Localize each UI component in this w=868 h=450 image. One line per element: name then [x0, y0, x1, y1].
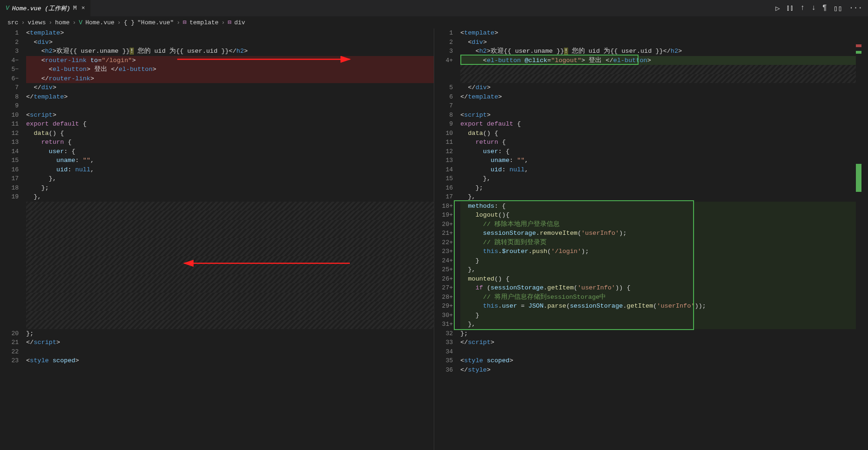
code-line[interactable]: </template> — [26, 92, 434, 102]
breadcrumb-home[interactable]: home — [55, 19, 69, 26]
code-line[interactable]: user: { — [26, 147, 434, 156]
breadcrumb-file[interactable]: Home.vue — [85, 19, 114, 26]
code-line[interactable]: <script> — [460, 111, 868, 120]
code-line[interactable] — [460, 101, 868, 111]
chevron-right-icon: › — [72, 19, 76, 26]
code-line[interactable] — [26, 347, 434, 357]
code-line[interactable]: <el-button @click="logout"> 登出 </el-butt… — [460, 56, 868, 65]
diff-pane-modified[interactable]: 1234+56789101112131415161718+19+20+21+22… — [434, 28, 868, 450]
code-line[interactable]: uid: null, — [26, 165, 434, 175]
code-lines-right[interactable]: <template> <div> <h2>欢迎{{ user.uname }}!… — [458, 28, 868, 450]
code-line[interactable]: this.user = JSON.parse(sessionStorage.ge… — [460, 302, 868, 311]
code-line[interactable]: } — [460, 311, 868, 320]
code-line[interactable]: <el-button> 登出 </el-button> — [26, 65, 434, 74]
code-line[interactable]: data() { — [460, 129, 868, 138]
code-line[interactable]: }; — [26, 329, 434, 338]
code-line[interactable] — [460, 65, 868, 74]
code-line[interactable]: </style> — [460, 366, 868, 375]
code-line[interactable]: </script> — [460, 338, 868, 347]
code-line[interactable]: // 跳转页面到登录页 — [460, 238, 868, 247]
code-line[interactable]: <template> — [26, 28, 434, 38]
code-line[interactable] — [26, 202, 434, 211]
code-line[interactable]: return { — [26, 138, 434, 147]
code-line[interactable]: logout(){ — [460, 211, 868, 220]
code-line[interactable]: data() { — [26, 129, 434, 138]
code-line[interactable] — [26, 220, 434, 229]
code-line[interactable]: user: { — [460, 147, 868, 156]
breadcrumb-component[interactable]: "Home.vue" — [138, 19, 174, 26]
code-line[interactable]: this.$router.push('/login'); — [460, 247, 868, 256]
code-line[interactable] — [26, 238, 434, 247]
code-line[interactable] — [26, 293, 434, 302]
code-line[interactable]: // 移除本地用户登录信息 — [460, 220, 868, 229]
code-line[interactable]: </div> — [460, 83, 868, 92]
code-line[interactable]: // 将用户信息存储到sessionStorage中 — [460, 293, 868, 302]
breadcrumb-div[interactable]: div — [234, 19, 245, 26]
code-line[interactable] — [460, 74, 868, 84]
close-icon[interactable]: × — [81, 5, 85, 12]
vertical-scrollbar[interactable] — [861, 28, 868, 450]
code-line[interactable]: uname: "", — [26, 156, 434, 165]
code-line[interactable] — [26, 101, 434, 111]
code-line[interactable]: }, — [460, 320, 868, 329]
code-line[interactable]: }, — [26, 174, 434, 183]
code-line[interactable] — [460, 347, 868, 357]
code-line[interactable]: return { — [460, 138, 868, 147]
arrow-down-icon[interactable]: ↓ — [812, 4, 816, 13]
code-line[interactable]: }; — [460, 329, 868, 338]
code-line[interactable]: <h2>欢迎{{ user.uname }}! 您的 uid 为{{ user.… — [26, 47, 434, 56]
code-line[interactable]: }, — [26, 192, 434, 202]
code-line[interactable]: <div> — [26, 38, 434, 47]
code-line[interactable]: </template> — [460, 92, 868, 102]
code-line[interactable]: </router-link> — [26, 74, 434, 84]
code-line[interactable]: mounted() { — [460, 274, 868, 284]
breadcrumb-template[interactable]: template — [189, 19, 218, 26]
breadcrumb-views[interactable]: views — [28, 19, 46, 26]
line-gutter-right: 1234+56789101112131415161718+19+20+21+22… — [434, 28, 458, 450]
diff-pane-original[interactable]: 1234−5−6−7891011121314151617181920212223… — [0, 28, 434, 450]
code-line[interactable]: </script> — [26, 338, 434, 347]
code-line[interactable]: <router-link to="/login"> — [26, 56, 434, 65]
breadcrumb[interactable]: src › views › home › V Home.vue › { } "H… — [0, 16, 868, 28]
code-line[interactable]: } — [460, 256, 868, 266]
code-line[interactable]: <script> — [26, 111, 434, 120]
code-line[interactable]: <div> — [460, 38, 868, 47]
code-line[interactable]: }; — [26, 183, 434, 193]
code-line[interactable]: uid: null, — [460, 165, 868, 175]
code-line[interactable] — [26, 283, 434, 293]
code-line[interactable]: sessionStorage.removeItem('userInfo'); — [460, 229, 868, 238]
code-line[interactable]: }; — [460, 183, 868, 193]
code-line[interactable]: <style scoped> — [26, 356, 434, 366]
code-line[interactable]: </div> — [26, 83, 434, 92]
run-icon[interactable]: ▷ — [775, 4, 780, 13]
split-icon[interactable]: ⫿⫿ — [786, 4, 794, 13]
code-lines-left[interactable]: <template> <div> <h2>欢迎{{ user.uname }}!… — [24, 28, 434, 450]
tab-home-vue[interactable]: V Home.vue (工作树) M × — [0, 0, 91, 16]
code-line[interactable] — [26, 265, 434, 274]
code-line[interactable]: methods: { — [460, 202, 868, 211]
code-line[interactable] — [26, 256, 434, 266]
code-line[interactable] — [26, 211, 434, 220]
code-line[interactable] — [26, 302, 434, 311]
breadcrumb-src[interactable]: src — [7, 19, 18, 26]
code-line[interactable]: <template> — [460, 28, 868, 38]
code-line[interactable]: }, — [460, 192, 868, 202]
arrow-up-icon[interactable]: ↑ — [800, 4, 805, 13]
code-line[interactable]: if (sessionStorage.getItem('userInfo')) … — [460, 283, 868, 293]
code-line[interactable]: }, — [460, 174, 868, 183]
whitespace-icon[interactable]: ¶ — [822, 4, 827, 13]
more-icon[interactable]: ··· — [849, 4, 862, 13]
code-line[interactable]: <h2>欢迎{{ user.uname }}! 您的 uid 为{{ user.… — [460, 47, 868, 56]
code-line[interactable]: <style scoped> — [460, 356, 868, 366]
code-line[interactable]: export default { — [460, 120, 868, 129]
code-line[interactable]: uname: "", — [460, 156, 868, 165]
overview-ruler[interactable] — [856, 28, 861, 450]
code-line[interactable] — [26, 229, 434, 238]
code-line[interactable] — [26, 311, 434, 320]
code-line[interactable]: export default { — [26, 120, 434, 129]
code-line[interactable]: }, — [460, 265, 868, 274]
code-line[interactable] — [26, 320, 434, 329]
code-line[interactable] — [26, 274, 434, 284]
code-line[interactable] — [26, 247, 434, 256]
layout-icon[interactable]: ▯▯ — [833, 4, 842, 13]
